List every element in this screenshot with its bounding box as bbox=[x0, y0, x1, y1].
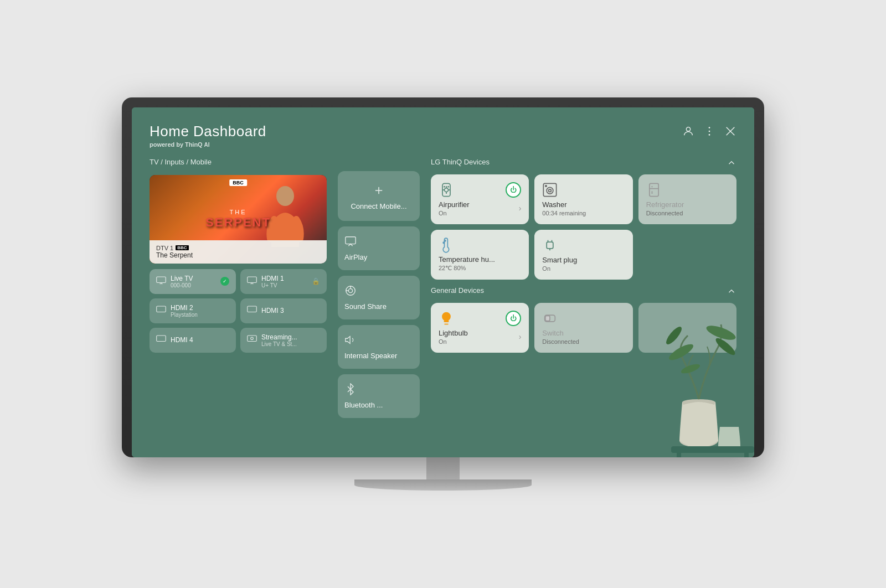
input-card-hdmi2[interactable]: HDMI 2 Playstation bbox=[150, 298, 236, 323]
lightbulb-name: Lightbulb bbox=[439, 329, 468, 337]
hdmi-icon bbox=[247, 276, 257, 286]
connect-mobile-card[interactable]: ＋ Connect Mobile... bbox=[338, 171, 420, 221]
input-card-hdmi1[interactable]: HDMI 1 U+ TV 🔒 bbox=[240, 269, 327, 294]
general-section-header: General Devices bbox=[431, 286, 736, 298]
svg-point-44 bbox=[549, 189, 552, 192]
general-devices-grid: ⏻ Lightbulb On › bbox=[431, 303, 736, 353]
tv-inputs-panel: TV / Inputs / Mobile BBC bbox=[150, 158, 327, 444]
svg-point-43 bbox=[547, 187, 553, 194]
general-collapse-btn[interactable] bbox=[727, 286, 736, 298]
airpurifier-chevron: › bbox=[519, 204, 522, 213]
svg-point-13 bbox=[709, 134, 710, 136]
page-title: Home Dashboard bbox=[150, 123, 266, 140]
lightbulb-power-btn[interactable]: ⏻ bbox=[506, 311, 521, 326]
svg-point-30 bbox=[348, 288, 352, 292]
svg-rect-7 bbox=[671, 446, 754, 453]
profile-icon[interactable] bbox=[682, 125, 694, 140]
thinq-devices-section: LG ThinQ Devices bbox=[431, 158, 736, 280]
svg-point-40 bbox=[444, 186, 445, 187]
hdmi4-icon bbox=[156, 335, 166, 345]
refrigerator-name: Refrigerator bbox=[646, 200, 684, 209]
airplay-icon bbox=[344, 235, 357, 250]
thinq-collapse-btn[interactable] bbox=[727, 158, 736, 170]
thinq-section-label: LG ThinQ Devices bbox=[431, 158, 490, 166]
airpurifier-status: On bbox=[439, 210, 470, 216]
svg-point-16 bbox=[276, 186, 294, 206]
hdmi2-icon bbox=[156, 306, 166, 316]
svg-point-45 bbox=[545, 185, 547, 187]
input-streaming-text: Streaming... Live TV & St... bbox=[261, 333, 297, 347]
streaming-icon bbox=[247, 335, 257, 345]
input-live-tv-text: Live TV 000-000 bbox=[171, 275, 193, 288]
svg-point-27 bbox=[251, 337, 254, 340]
airpurifier-power-btn[interactable]: ⏻ bbox=[506, 182, 521, 198]
tv-preview-card[interactable]: BBC bbox=[150, 175, 327, 264]
general-section-label: General Devices bbox=[431, 286, 484, 295]
smartplug-name: Smart plug bbox=[542, 256, 577, 264]
sound-share-card[interactable]: Sound Share bbox=[338, 276, 420, 319]
mobile-actions-panel: ＋ Connect Mobile... AirPlay bbox=[338, 158, 420, 444]
svg-point-12 bbox=[709, 131, 710, 132]
sound-share-label: Sound Share bbox=[344, 302, 387, 311]
refrigerator-icon bbox=[646, 182, 662, 200]
svg-rect-24 bbox=[248, 306, 257, 312]
smartplug-status: On bbox=[542, 265, 577, 272]
device-card-switch[interactable]: Switch Disconnected bbox=[534, 303, 632, 353]
device-card-smartplug[interactable]: Smart plug On bbox=[534, 230, 632, 280]
input-hdmi3-text: HDMI 3 bbox=[261, 307, 284, 314]
close-icon[interactable] bbox=[724, 125, 736, 140]
device-card-washer[interactable]: Washer 00:34 remaining bbox=[534, 174, 632, 224]
svg-rect-23 bbox=[157, 306, 166, 312]
airpurifier-name: Airpurifier bbox=[439, 200, 470, 209]
svg-rect-58 bbox=[545, 316, 550, 321]
more-options-icon[interactable] bbox=[703, 125, 715, 140]
dashboard-header: Home Dashboard powered by ThinQ AI bbox=[150, 123, 736, 148]
tv-stand-base bbox=[354, 479, 532, 491]
thinq-devices-grid: ⏻ Airpurifier On › bbox=[431, 174, 736, 280]
switch-name: Switch bbox=[542, 329, 579, 337]
device-card-refrigerator[interactable]: Refrigerator Disconnected bbox=[638, 174, 736, 224]
input-card-hdmi3[interactable]: HDMI 3 bbox=[240, 298, 327, 323]
svg-point-51 bbox=[445, 240, 446, 241]
bluetooth-card[interactable]: Bluetooth ... bbox=[338, 374, 420, 418]
tv-info-bar: DTV 1 BBC The Serpent bbox=[150, 240, 327, 264]
internal-speaker-card[interactable]: Internal Speaker bbox=[338, 325, 420, 369]
device-card-temperature[interactable]: Temperature hu... 22℃ 80% bbox=[431, 230, 529, 280]
main-content: TV / Inputs / Mobile BBC bbox=[150, 158, 736, 444]
empty-device-slot bbox=[638, 303, 736, 353]
switch-icon bbox=[542, 311, 558, 328]
bluetooth-icon bbox=[344, 383, 357, 398]
washer-status: 00:34 remaining bbox=[542, 210, 586, 216]
airplay-card[interactable]: AirPlay bbox=[338, 226, 420, 270]
lightbulb-chevron: › bbox=[519, 332, 522, 341]
plus-icon: ＋ bbox=[372, 181, 385, 199]
hdmi3-icon bbox=[247, 306, 257, 316]
svg-rect-52 bbox=[547, 242, 553, 249]
temperature-status: 22℃ 80% bbox=[439, 265, 495, 272]
refrigerator-status: Disconnected bbox=[646, 210, 684, 216]
device-card-lightbulb[interactable]: ⏻ Lightbulb On › bbox=[431, 303, 529, 353]
input-card-hdmi4[interactable]: HDMI 4 bbox=[150, 328, 236, 353]
device-card-airpurifier[interactable]: ⏻ Airpurifier On › bbox=[431, 174, 529, 224]
tv-stand-neck bbox=[426, 457, 460, 479]
input-card-live-tv[interactable]: Live TV 000-000 ✓ bbox=[150, 269, 236, 294]
connect-mobile-label: Connect Mobile... bbox=[351, 202, 406, 210]
bbc-badge: BBC bbox=[229, 179, 247, 186]
temperature-icon bbox=[439, 238, 454, 255]
active-check-icon: ✓ bbox=[220, 277, 229, 286]
input-hdmi2-text: HDMI 2 Playstation bbox=[171, 304, 198, 318]
show-silhouette bbox=[266, 186, 305, 247]
input-hdmi4-text: HDMI 4 bbox=[171, 336, 193, 344]
svg-rect-9 bbox=[744, 453, 749, 457]
tv-icon bbox=[156, 276, 166, 286]
temperature-name: Temperature hu... bbox=[439, 255, 495, 264]
header-subtitle: powered by ThinQ AI bbox=[150, 141, 266, 148]
thinq-section-header: LG ThinQ Devices bbox=[431, 158, 736, 170]
svg-rect-28 bbox=[346, 237, 356, 244]
general-devices-section: General Devices bbox=[431, 286, 736, 353]
svg-marker-33 bbox=[346, 336, 350, 343]
sound-share-icon bbox=[344, 285, 357, 299]
tv-inputs-label: TV / Inputs / Mobile bbox=[150, 158, 327, 166]
input-card-streaming[interactable]: Streaming... Live TV & St... bbox=[240, 328, 327, 353]
input-cards-grid: Live TV 000-000 ✓ bbox=[150, 269, 327, 353]
